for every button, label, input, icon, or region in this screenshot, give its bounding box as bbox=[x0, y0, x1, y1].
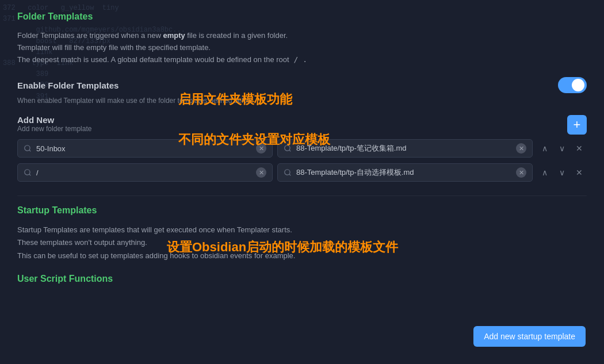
add-new-description: Add new folder template bbox=[17, 125, 91, 133]
startup-templates-title: Startup Templates bbox=[17, 205, 587, 216]
template-input-wrap-2: ✕ bbox=[277, 163, 533, 182]
folder-template-list: ✕ ✕ ∧ ∨ ✕ bbox=[17, 139, 587, 182]
search-icon bbox=[284, 144, 292, 152]
startup-desc-1: Startup Templates are templates that wil… bbox=[17, 225, 292, 234]
svg-line-5 bbox=[29, 174, 31, 176]
clear-template-1-button[interactable]: ✕ bbox=[516, 143, 526, 154]
svg-point-2 bbox=[285, 145, 290, 151]
template-input-1[interactable] bbox=[296, 144, 511, 153]
template-input-2[interactable] bbox=[296, 168, 511, 177]
folder-templates-section: Folder Templates Folder Templates are tr… bbox=[17, 12, 587, 182]
move-up-2-button[interactable]: ∧ bbox=[537, 165, 552, 180]
add-folder-template-button[interactable]: + bbox=[567, 115, 587, 135]
move-up-1-button[interactable]: ∧ bbox=[537, 141, 552, 156]
add-startup-template-button[interactable]: Add new startup template bbox=[473, 326, 586, 347]
table-row: ✕ ✕ ∧ ∨ ✕ bbox=[17, 139, 587, 158]
user-script-functions-title: User Script Functions bbox=[17, 274, 587, 284]
desc-bold: empty bbox=[163, 31, 185, 40]
folder-templates-description: Folder Templates are triggered when a ne… bbox=[17, 30, 587, 66]
enable-label-text: Enable Folder Templates bbox=[17, 81, 118, 90]
main-content: Folder Templates Folder Templates are tr… bbox=[0, 0, 604, 364]
enable-folder-templates-row: Enable Folder Templates bbox=[17, 77, 587, 93]
move-down-2-button[interactable]: ∨ bbox=[555, 165, 569, 180]
svg-line-7 bbox=[289, 174, 291, 176]
row-controls-2: ∧ ∨ ✕ bbox=[537, 165, 587, 180]
svg-line-3 bbox=[289, 150, 291, 152]
folder-templates-title: Folder Templates bbox=[17, 12, 587, 22]
folder-input-2[interactable] bbox=[36, 168, 251, 177]
search-icon bbox=[24, 168, 32, 177]
search-icon bbox=[24, 144, 32, 152]
delete-row-1-button[interactable]: ✕ bbox=[572, 141, 587, 156]
add-new-folder-row: Add New Add new folder template + bbox=[17, 115, 587, 135]
startup-templates-description: Startup Templates are templates that wil… bbox=[17, 224, 587, 262]
add-new-info: Add New Add new folder template bbox=[17, 115, 91, 133]
startup-desc-3: This can be useful to set up templates a… bbox=[17, 251, 295, 260]
desc-part1: Folder Templates are triggered when a ne… bbox=[17, 31, 163, 40]
startup-templates-section: Startup Templates Startup Templates are … bbox=[17, 205, 587, 262]
desc-root: / . bbox=[289, 55, 307, 64]
clear-template-2-button[interactable]: ✕ bbox=[516, 167, 526, 178]
svg-line-1 bbox=[29, 150, 31, 152]
clear-folder-1-button[interactable]: ✕ bbox=[256, 143, 266, 154]
search-icon bbox=[284, 168, 292, 177]
section-divider bbox=[17, 196, 587, 196]
svg-point-4 bbox=[25, 170, 30, 175]
template-input-wrap-1: ✕ bbox=[277, 139, 533, 158]
folder-input-wrap-2: ✕ bbox=[17, 163, 273, 182]
add-new-title: Add New bbox=[17, 115, 91, 125]
svg-point-0 bbox=[25, 145, 30, 151]
desc-line3: The deepest match is used. A global defa… bbox=[17, 55, 289, 64]
delete-row-2-button[interactable]: ✕ bbox=[572, 165, 587, 180]
move-down-1-button[interactable]: ∨ bbox=[555, 141, 569, 156]
enable-folder-templates-description: When enabled Templater will make use of … bbox=[17, 97, 587, 105]
folder-input-wrap-1: ✕ bbox=[17, 139, 273, 158]
row-controls-1: ∧ ∨ ✕ bbox=[537, 141, 587, 156]
enable-folder-templates-toggle[interactable] bbox=[558, 77, 587, 93]
svg-point-6 bbox=[285, 170, 290, 175]
desc-line2: Templater will fill the empty file with … bbox=[17, 43, 211, 52]
table-row: ✕ ✕ ∧ ∨ ✕ bbox=[17, 163, 587, 182]
folder-input-1[interactable] bbox=[36, 144, 251, 153]
startup-desc-2: These templates won't output anything. bbox=[17, 238, 147, 247]
clear-folder-2-button[interactable]: ✕ bbox=[256, 167, 266, 178]
desc-part2: file is created in a given folder. bbox=[185, 31, 288, 40]
